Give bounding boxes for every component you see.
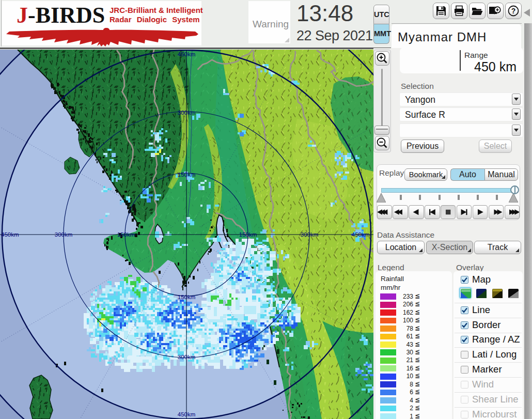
svg-text:450km: 450km: [352, 231, 370, 238]
svg-text:?: ?: [511, 7, 516, 15]
svg-text:150km: 150km: [239, 231, 257, 238]
svg-text:300km: 300km: [55, 231, 73, 238]
svg-text:300km: 300km: [178, 354, 196, 360]
svg-text:300km: 300km: [178, 110, 196, 116]
svg-text:300km: 300km: [301, 231, 319, 238]
svg-text:150km: 150km: [117, 231, 135, 238]
svg-text:450km: 450km: [178, 51, 196, 57]
svg-text:150km: 150km: [178, 172, 196, 178]
svg-text:450km: 450km: [178, 411, 196, 417]
svg-text:450km: 450km: [1, 231, 19, 238]
svg-text:150km: 150km: [178, 294, 196, 300]
